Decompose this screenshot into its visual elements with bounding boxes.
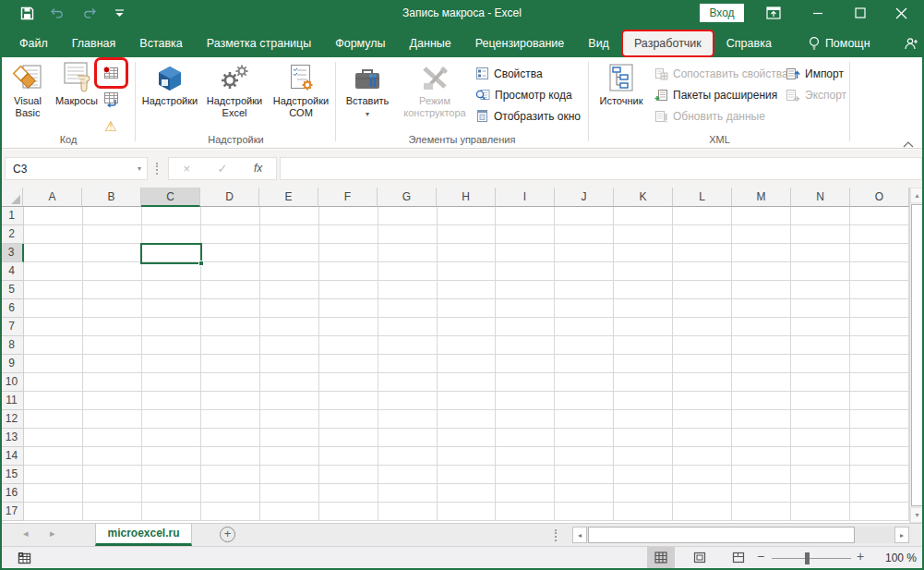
grid-cell[interactable] <box>496 503 555 521</box>
run-dialog-button[interactable]: Отобразить окно <box>475 106 581 126</box>
row-header[interactable]: 7 <box>0 318 24 336</box>
grid-cell[interactable] <box>496 373 555 392</box>
grid-cell[interactable] <box>732 466 791 484</box>
grid-cell[interactable] <box>614 484 673 503</box>
grid-cell[interactable] <box>438 429 497 447</box>
select-all-corner[interactable] <box>0 188 23 207</box>
grid-cell[interactable] <box>319 392 378 410</box>
grid-cell[interactable] <box>496 410 555 429</box>
grid-cell[interactable] <box>438 281 497 299</box>
grid-cell[interactable] <box>673 262 732 281</box>
grid-cell[interactable] <box>378 281 438 299</box>
grid-cell[interactable] <box>83 207 142 225</box>
grid-cell[interactable] <box>791 262 850 281</box>
grid-cell[interactable] <box>555 373 614 392</box>
grid-cell[interactable] <box>614 373 673 392</box>
grid-cell[interactable] <box>142 503 201 521</box>
zoom-slider-track[interactable] <box>772 558 851 559</box>
grid-cell[interactable] <box>496 225 555 244</box>
grid-cell[interactable] <box>850 244 909 262</box>
grid-cell[interactable] <box>201 281 260 299</box>
grid-cell[interactable] <box>555 392 614 410</box>
grid-cell[interactable] <box>732 244 791 262</box>
grid-cell[interactable] <box>24 410 83 429</box>
grid-cell[interactable] <box>555 503 614 521</box>
grid-cell[interactable] <box>24 503 83 521</box>
grid-cell[interactable] <box>850 429 909 447</box>
grid-cell[interactable] <box>319 355 378 373</box>
grid-cell[interactable] <box>614 281 673 299</box>
grid-cell[interactable] <box>83 281 142 299</box>
column-header[interactable]: G <box>378 188 437 207</box>
grid-cell[interactable] <box>732 299 791 318</box>
grid-cell[interactable] <box>673 281 732 299</box>
grid-cell[interactable] <box>732 503 791 521</box>
grid-cell[interactable] <box>24 281 83 299</box>
grid-cell[interactable] <box>438 484 497 503</box>
com-addins-button[interactable]: Надстройки COM <box>270 59 332 119</box>
grid-cell[interactable] <box>24 262 83 281</box>
row-header[interactable]: 12 <box>0 410 24 429</box>
grid-cell[interactable] <box>496 207 555 225</box>
grid-cell[interactable] <box>732 447 791 466</box>
grid-cell[interactable] <box>791 318 850 336</box>
grid-cell[interactable] <box>260 503 319 521</box>
grid-cell[interactable] <box>673 429 732 447</box>
grid-cell[interactable] <box>438 447 497 466</box>
grid-cell[interactable] <box>732 281 791 299</box>
grid-cell[interactable] <box>201 299 260 318</box>
grid-cell[interactable] <box>850 299 909 318</box>
grid-cell[interactable] <box>555 262 614 281</box>
grid-cell[interactable] <box>673 466 732 484</box>
grid-cell[interactable] <box>614 336 673 355</box>
grid-cell[interactable] <box>378 410 438 429</box>
grid-cell[interactable] <box>496 392 555 410</box>
maximize-icon[interactable] <box>845 0 876 26</box>
grid-cell[interactable] <box>83 225 142 244</box>
grid-cell[interactable] <box>791 336 850 355</box>
insert-control-button[interactable]: Вставить ▾ <box>341 59 394 120</box>
grid-cell[interactable] <box>732 336 791 355</box>
grid-cell[interactable] <box>555 355 614 373</box>
row-header[interactable]: 15 <box>0 466 24 484</box>
visual-basic-button[interactable]: Visual Basic <box>6 59 50 119</box>
grid-cell[interactable] <box>260 225 319 244</box>
grid-cell[interactable] <box>201 484 260 503</box>
row-header[interactable]: 14 <box>0 447 24 466</box>
grid-cell[interactable] <box>378 355 438 373</box>
grid-cell[interactable] <box>614 318 673 336</box>
zoom-slider-thumb[interactable] <box>805 552 810 564</box>
grid-cell[interactable] <box>260 355 319 373</box>
customize-quick-access-icon[interactable] <box>111 5 127 21</box>
grid-cell[interactable] <box>260 410 319 429</box>
import-button[interactable]: Импорт <box>786 64 846 83</box>
grid-cell[interactable] <box>850 207 909 225</box>
grid-cell[interactable] <box>24 299 83 318</box>
new-sheet-button[interactable]: + <box>220 527 235 542</box>
grid-cell[interactable] <box>201 410 260 429</box>
grid-cell[interactable] <box>438 225 497 244</box>
grid-cell[interactable] <box>614 466 673 484</box>
grid-cell[interactable] <box>260 318 319 336</box>
enter-icon[interactable]: ✓ <box>205 158 241 179</box>
grid-cell[interactable] <box>614 299 673 318</box>
row-header[interactable]: 6 <box>0 299 24 318</box>
grid-cell[interactable] <box>378 207 438 225</box>
grid-cell[interactable] <box>378 262 438 281</box>
grid-cell[interactable] <box>83 447 142 466</box>
grid-cell[interactable] <box>260 466 319 484</box>
grid-cell[interactable] <box>614 410 673 429</box>
grid-cell[interactable] <box>791 466 850 484</box>
grid-cell[interactable] <box>673 484 732 503</box>
grid-cell[interactable] <box>438 373 497 392</box>
grid-cell[interactable] <box>142 392 201 410</box>
grid-cell[interactable] <box>555 281 614 299</box>
grid-cell[interactable] <box>142 225 201 244</box>
grid-cell[interactable] <box>496 318 555 336</box>
formula-input[interactable] <box>280 157 922 180</box>
grid-cell[interactable] <box>83 503 142 521</box>
grid-cell[interactable] <box>319 466 378 484</box>
grid-cell[interactable] <box>83 410 142 429</box>
zoom-out-icon[interactable]: − <box>757 549 764 564</box>
grid-cell[interactable] <box>83 262 142 281</box>
